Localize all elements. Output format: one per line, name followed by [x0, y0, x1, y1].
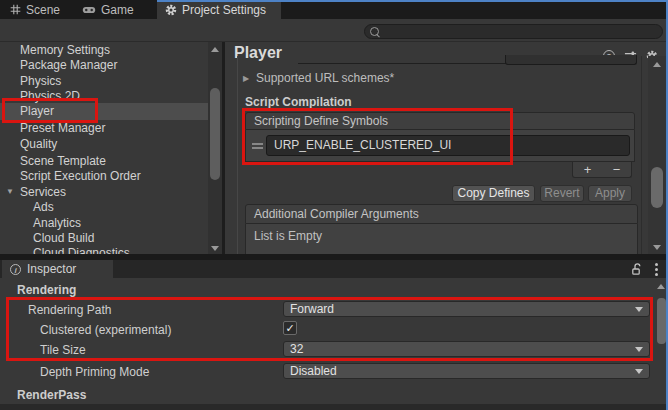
window-bottom-edge	[0, 404, 668, 410]
settings-search-box[interactable]	[364, 24, 663, 39]
unity-editor-window: Scene Game Project Settings Memory Setti…	[0, 0, 668, 410]
panel-scrollbar[interactable]	[648, 56, 666, 256]
tile-size-dropdown[interactable]: 32	[283, 341, 650, 357]
tab-inspector[interactable]: i Inspector	[2, 260, 113, 278]
focus-border-top	[157, 0, 668, 2]
define-symbol-field[interactable]: URP_ENABLE_CLUSTERED_UI	[266, 135, 630, 156]
renderpass-section-header: RenderPass	[17, 388, 86, 402]
tab-game[interactable]: Game	[74, 0, 142, 19]
inspector-window: i Inspector Rendering Rendering Path For…	[0, 260, 668, 410]
chevron-down-icon	[635, 307, 643, 312]
additional-compiler-arguments-header: Additional Compiler Arguments	[245, 204, 638, 224]
foldout-collapsed-icon[interactable]: ▶	[243, 74, 249, 83]
check-icon: ✓	[285, 322, 294, 334]
depth-priming-mode-dropdown[interactable]: Disabled	[283, 363, 650, 379]
tab-scene-label: Scene	[26, 3, 60, 17]
chevron-down-icon	[635, 369, 643, 374]
foldout-expanded-icon[interactable]: ▼	[6, 187, 14, 196]
rendering-path-label: Rendering Path	[28, 303, 111, 317]
sidebar-item-memory-settings[interactable]: Memory Settings	[20, 43, 110, 58]
clustered-label: Clustered (experimental)	[40, 323, 171, 337]
drag-handle-icon[interactable]	[252, 143, 263, 151]
sidebar-item-ads[interactable]: Ads	[33, 200, 54, 215]
clipped-text-field	[505, 55, 637, 65]
sidebar-item-preset-manager[interactable]: Preset Manager	[20, 121, 105, 136]
apply-button[interactable]: Apply	[588, 185, 632, 202]
sidebar-item-physics[interactable]: Physics	[20, 74, 61, 89]
gear-icon	[165, 4, 177, 16]
sidebar-item-quality[interactable]: Quality	[20, 137, 57, 152]
sidebar-item-physics-2d[interactable]: Physics 2D	[20, 89, 80, 104]
clustered-checkbox[interactable]: ✓	[283, 321, 297, 335]
tab-game-label: Game	[101, 3, 134, 17]
rendering-section-header: Rendering	[17, 283, 76, 297]
sidebar-item-services[interactable]: Services	[20, 185, 66, 200]
chevron-down-icon	[635, 347, 643, 352]
scroll-down-icon[interactable]	[211, 246, 219, 251]
revert-button[interactable]: Revert	[540, 185, 584, 202]
tab-project-settings[interactable]: Project Settings	[157, 0, 281, 19]
supported-url-schemes-foldout[interactable]: Supported URL schemes*	[256, 71, 394, 85]
rendering-path-value: Forward	[290, 302, 334, 316]
rendering-path-dropdown[interactable]: Forward	[283, 301, 650, 317]
add-button[interactable]: +	[584, 162, 592, 177]
gamepad-icon	[82, 5, 96, 15]
player-settings-panel: Player ? ▶ Supported URL schemes* Script…	[225, 42, 668, 256]
depth-priming-mode-label: Depth Priming Mode	[40, 365, 149, 379]
sidebar-scrollbar[interactable]	[208, 42, 222, 256]
inspector-scrollbar-thumb[interactable]	[657, 298, 666, 344]
sidebar-item-cloud-build[interactable]: Cloud Build	[33, 231, 94, 246]
settings-category-list: Memory Settings Package Manager Physics …	[0, 42, 222, 256]
tile-size-value: 32	[290, 342, 303, 356]
sidebar-item-analytics[interactable]: Analytics	[33, 216, 81, 231]
search-input[interactable]	[383, 26, 657, 38]
dock-tab-bar: Scene Game Project Settings	[0, 0, 668, 19]
grid-icon	[10, 4, 21, 15]
tab-project-settings-label: Project Settings	[182, 3, 266, 17]
search-icon	[370, 27, 379, 36]
scripting-define-symbols-header: Scripting Define Symbols	[245, 112, 635, 130]
depth-priming-mode-value: Disabled	[290, 364, 337, 378]
scroll-up-icon[interactable]	[653, 62, 661, 67]
remove-button[interactable]: −	[613, 162, 621, 177]
scroll-down-icon[interactable]	[653, 245, 661, 250]
lock-icon[interactable]	[631, 263, 643, 276]
sidebar-scrollbar-thumb[interactable]	[210, 88, 220, 180]
scroll-up-icon[interactable]	[211, 47, 219, 52]
copy-defines-button[interactable]: Copy Defines	[452, 185, 535, 202]
list-add-remove-footer: + −	[572, 162, 632, 178]
tab-scene[interactable]: Scene	[2, 0, 68, 19]
compiler-arguments-empty-row: List is Empty	[245, 224, 638, 256]
content-left-edge	[237, 56, 238, 254]
clipped-field-edge	[298, 63, 506, 64]
tab-inspector-label: Inspector	[27, 262, 76, 276]
info-icon: i	[10, 264, 21, 275]
script-compilation-header: Script Compilation	[245, 95, 352, 109]
sidebar-item-script-execution-order[interactable]: Script Execution Order	[20, 169, 141, 184]
kebab-menu-icon[interactable]	[655, 263, 658, 278]
list-empty-label: List is Empty	[254, 229, 322, 243]
panel-scrollbar-thumb[interactable]	[651, 167, 663, 208]
sidebar-item-scene-template[interactable]: Scene Template	[20, 154, 106, 169]
sidebar-item-package-manager[interactable]: Package Manager	[20, 58, 117, 73]
page-title: Player	[234, 44, 282, 62]
scroll-up-icon[interactable]	[657, 284, 665, 289]
tile-size-label: Tile Size	[40, 343, 86, 357]
sidebar-item-player[interactable]: Player	[20, 104, 54, 119]
content-right-edge	[641, 56, 642, 254]
